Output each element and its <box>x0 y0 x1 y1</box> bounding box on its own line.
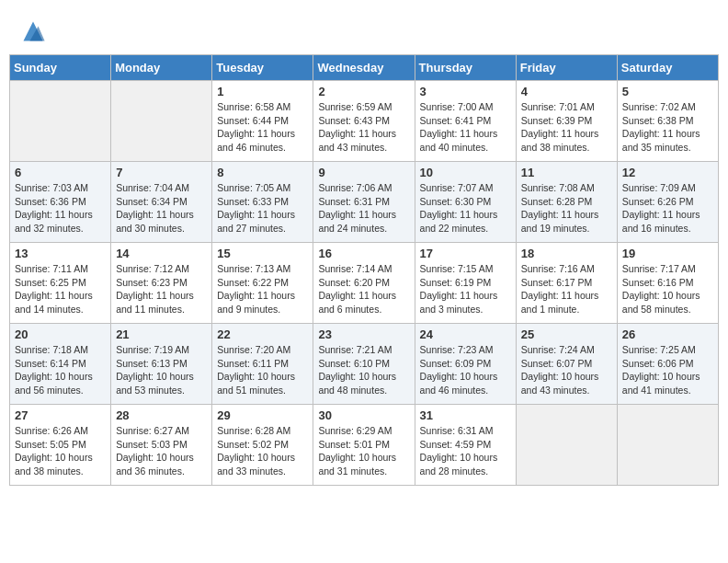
col-header-friday: Friday <box>516 55 617 81</box>
calendar-cell: 17Sunrise: 7:15 AMSunset: 6:19 PMDayligh… <box>415 243 516 324</box>
day-number: 12 <box>622 166 713 179</box>
calendar-cell: 2Sunrise: 6:59 AMSunset: 6:43 PMDaylight… <box>313 81 415 162</box>
calendar-cell: 19Sunrise: 7:17 AMSunset: 6:16 PMDayligh… <box>617 243 718 324</box>
logo-icon <box>20 18 46 44</box>
calendar-cell: 22Sunrise: 7:20 AMSunset: 6:11 PMDayligh… <box>212 324 313 405</box>
calendar-cell: 15Sunrise: 7:13 AMSunset: 6:22 PMDayligh… <box>212 243 313 324</box>
calendar-cell: 29Sunrise: 6:28 AMSunset: 5:02 PMDayligh… <box>212 405 313 486</box>
calendar-cell: 9Sunrise: 7:06 AMSunset: 6:31 PMDaylight… <box>313 162 415 243</box>
col-header-wednesday: Wednesday <box>313 55 415 81</box>
day-info: Sunrise: 7:25 AMSunset: 6:06 PMDaylight:… <box>622 343 713 397</box>
calendar-cell: 16Sunrise: 7:14 AMSunset: 6:20 PMDayligh… <box>313 243 415 324</box>
day-number: 10 <box>420 166 511 179</box>
day-number: 9 <box>318 166 409 179</box>
calendar-week-0: 1Sunrise: 6:58 AMSunset: 6:44 PMDaylight… <box>10 81 719 162</box>
calendar-cell: 21Sunrise: 7:19 AMSunset: 6:13 PMDayligh… <box>111 324 212 405</box>
day-info: Sunrise: 7:20 AMSunset: 6:11 PMDaylight:… <box>217 343 308 397</box>
day-info: Sunrise: 6:59 AMSunset: 6:43 PMDaylight:… <box>318 100 409 155</box>
day-info: Sunrise: 6:58 AMSunset: 6:44 PMDaylight:… <box>217 100 308 155</box>
calendar-cell <box>10 81 111 162</box>
day-number: 24 <box>420 327 511 341</box>
day-info: Sunrise: 7:19 AMSunset: 6:13 PMDaylight:… <box>116 343 207 397</box>
calendar-header-row: SundayMondayTuesdayWednesdayThursdayFrid… <box>10 55 719 81</box>
calendar-cell: 31Sunrise: 6:31 AMSunset: 4:59 PMDayligh… <box>415 405 516 486</box>
calendar-cell: 26Sunrise: 7:25 AMSunset: 6:06 PMDayligh… <box>617 324 718 405</box>
calendar-cell: 30Sunrise: 6:29 AMSunset: 5:01 PMDayligh… <box>313 405 415 486</box>
day-number: 20 <box>15 327 106 341</box>
page-header <box>9 9 719 49</box>
day-number: 15 <box>217 247 308 260</box>
day-info: Sunrise: 7:15 AMSunset: 6:19 PMDaylight:… <box>420 262 511 316</box>
calendar-cell <box>111 81 212 162</box>
day-info: Sunrise: 7:21 AMSunset: 6:10 PMDaylight:… <box>318 343 409 397</box>
day-info: Sunrise: 7:06 AMSunset: 6:31 PMDaylight:… <box>318 181 409 236</box>
col-header-thursday: Thursday <box>415 55 516 81</box>
day-number: 31 <box>420 408 511 422</box>
day-number: 17 <box>420 247 511 260</box>
calendar-cell: 4Sunrise: 7:01 AMSunset: 6:39 PMDaylight… <box>516 81 617 162</box>
day-number: 4 <box>521 85 612 98</box>
day-info: Sunrise: 7:17 AMSunset: 6:16 PMDaylight:… <box>622 262 713 316</box>
calendar-cell: 7Sunrise: 7:04 AMSunset: 6:34 PMDaylight… <box>111 162 212 243</box>
day-info: Sunrise: 7:24 AMSunset: 6:07 PMDaylight:… <box>521 343 612 397</box>
calendar-cell: 18Sunrise: 7:16 AMSunset: 6:17 PMDayligh… <box>516 243 617 324</box>
day-number: 27 <box>15 408 106 422</box>
day-number: 30 <box>318 408 409 422</box>
day-info: Sunrise: 6:27 AMSunset: 5:03 PMDaylight:… <box>116 424 207 478</box>
calendar-cell: 3Sunrise: 7:00 AMSunset: 6:41 PMDaylight… <box>415 81 516 162</box>
day-number: 28 <box>116 408 207 422</box>
day-number: 13 <box>15 247 106 260</box>
day-number: 7 <box>116 166 207 179</box>
calendar-cell: 27Sunrise: 6:26 AMSunset: 5:05 PMDayligh… <box>10 405 111 486</box>
calendar-cell: 28Sunrise: 6:27 AMSunset: 5:03 PMDayligh… <box>111 405 212 486</box>
calendar-cell: 20Sunrise: 7:18 AMSunset: 6:14 PMDayligh… <box>10 324 111 405</box>
col-header-sunday: Sunday <box>10 55 111 81</box>
day-info: Sunrise: 7:05 AMSunset: 6:33 PMDaylight:… <box>217 181 308 236</box>
col-header-tuesday: Tuesday <box>212 55 313 81</box>
day-info: Sunrise: 7:04 AMSunset: 6:34 PMDaylight:… <box>116 181 207 236</box>
day-number: 5 <box>622 85 713 98</box>
day-info: Sunrise: 7:13 AMSunset: 6:22 PMDaylight:… <box>217 262 308 316</box>
day-number: 14 <box>116 247 207 260</box>
day-info: Sunrise: 7:23 AMSunset: 6:09 PMDaylight:… <box>420 343 511 397</box>
day-info: Sunrise: 7:01 AMSunset: 6:39 PMDaylight:… <box>521 100 612 155</box>
day-info: Sunrise: 7:00 AMSunset: 6:41 PMDaylight:… <box>420 100 511 155</box>
day-info: Sunrise: 7:09 AMSunset: 6:26 PMDaylight:… <box>622 181 713 236</box>
day-info: Sunrise: 7:16 AMSunset: 6:17 PMDaylight:… <box>521 262 612 316</box>
day-info: Sunrise: 7:18 AMSunset: 6:14 PMDaylight:… <box>15 343 106 397</box>
calendar-week-3: 20Sunrise: 7:18 AMSunset: 6:14 PMDayligh… <box>10 324 719 405</box>
calendar-cell <box>617 405 718 486</box>
calendar-week-1: 6Sunrise: 7:03 AMSunset: 6:36 PMDaylight… <box>10 162 719 243</box>
calendar-cell: 5Sunrise: 7:02 AMSunset: 6:38 PMDaylight… <box>617 81 718 162</box>
day-info: Sunrise: 6:29 AMSunset: 5:01 PMDaylight:… <box>318 424 409 478</box>
day-info: Sunrise: 7:03 AMSunset: 6:36 PMDaylight:… <box>15 181 106 236</box>
day-info: Sunrise: 7:08 AMSunset: 6:28 PMDaylight:… <box>521 181 612 236</box>
day-number: 11 <box>521 166 612 179</box>
calendar-cell: 12Sunrise: 7:09 AMSunset: 6:26 PMDayligh… <box>617 162 718 243</box>
day-number: 1 <box>217 85 308 98</box>
calendar-cell: 24Sunrise: 7:23 AMSunset: 6:09 PMDayligh… <box>415 324 516 405</box>
day-number: 26 <box>622 327 713 341</box>
day-number: 18 <box>521 247 612 260</box>
calendar-cell <box>516 405 617 486</box>
day-number: 25 <box>521 327 612 341</box>
day-number: 8 <box>217 166 308 179</box>
calendar-cell: 13Sunrise: 7:11 AMSunset: 6:25 PMDayligh… <box>10 243 111 324</box>
day-info: Sunrise: 7:14 AMSunset: 6:20 PMDaylight:… <box>318 262 409 316</box>
day-info: Sunrise: 6:26 AMSunset: 5:05 PMDaylight:… <box>15 424 106 478</box>
calendar-table: SundayMondayTuesdayWednesdayThursdayFrid… <box>9 54 719 486</box>
calendar-cell: 25Sunrise: 7:24 AMSunset: 6:07 PMDayligh… <box>516 324 617 405</box>
calendar-cell: 8Sunrise: 7:05 AMSunset: 6:33 PMDaylight… <box>212 162 313 243</box>
day-number: 29 <box>217 408 308 422</box>
day-number: 6 <box>15 166 106 179</box>
day-info: Sunrise: 6:28 AMSunset: 5:02 PMDaylight:… <box>217 424 308 478</box>
day-number: 22 <box>217 327 308 341</box>
calendar-week-4: 27Sunrise: 6:26 AMSunset: 5:05 PMDayligh… <box>10 405 719 486</box>
calendar-cell: 11Sunrise: 7:08 AMSunset: 6:28 PMDayligh… <box>516 162 617 243</box>
calendar-week-2: 13Sunrise: 7:11 AMSunset: 6:25 PMDayligh… <box>10 243 719 324</box>
calendar-cell: 10Sunrise: 7:07 AMSunset: 6:30 PMDayligh… <box>415 162 516 243</box>
day-info: Sunrise: 7:12 AMSunset: 6:23 PMDaylight:… <box>116 262 207 316</box>
col-header-saturday: Saturday <box>617 55 718 81</box>
calendar-cell: 6Sunrise: 7:03 AMSunset: 6:36 PMDaylight… <box>10 162 111 243</box>
day-info: Sunrise: 7:02 AMSunset: 6:38 PMDaylight:… <box>622 100 713 155</box>
